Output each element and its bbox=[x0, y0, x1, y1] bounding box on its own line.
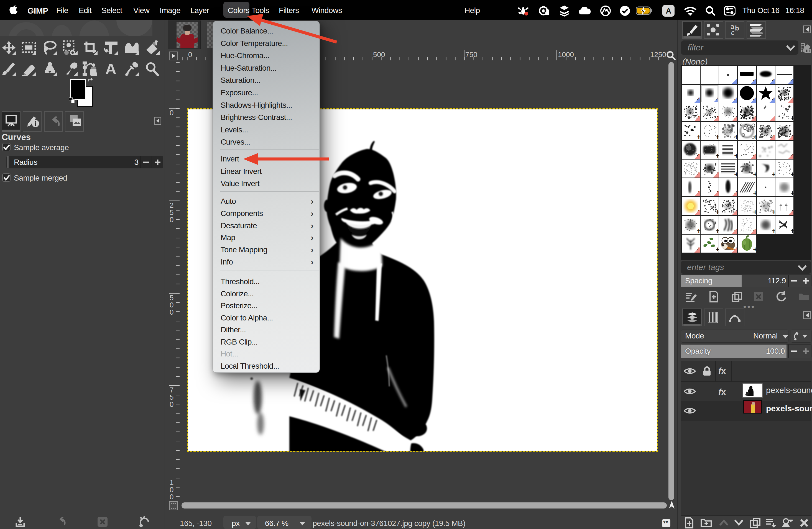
svg-text:+: + bbox=[697, 133, 700, 140]
svg-text:+: + bbox=[753, 208, 756, 215]
svg-text:+: + bbox=[715, 227, 719, 234]
svg-text:+: + bbox=[753, 245, 756, 253]
svg-text:+: + bbox=[753, 189, 756, 196]
svg-text:+: + bbox=[753, 170, 756, 178]
svg-text:i: i bbox=[34, 120, 36, 128]
svg-text:+: + bbox=[697, 227, 700, 234]
svg-text:+: + bbox=[734, 170, 737, 178]
svg-text:+: + bbox=[734, 152, 737, 159]
svg-text:b: b bbox=[735, 24, 739, 32]
svg-text:+: + bbox=[715, 245, 719, 253]
svg-text:+: + bbox=[791, 114, 794, 121]
svg-text:+: + bbox=[791, 189, 794, 196]
svg-text:+: + bbox=[791, 170, 794, 178]
svg-text:+: + bbox=[715, 152, 719, 159]
svg-text:A: A bbox=[666, 6, 671, 15]
svg-text:+: + bbox=[772, 208, 775, 215]
svg-text:+: + bbox=[715, 208, 719, 215]
svg-text:+: + bbox=[715, 133, 719, 140]
svg-text:A: A bbox=[105, 61, 116, 76]
svg-text:+: + bbox=[734, 133, 737, 140]
svg-text:+: + bbox=[791, 227, 794, 234]
svg-text:+: + bbox=[772, 227, 775, 234]
svg-text:+: + bbox=[772, 170, 775, 178]
svg-text:c: c bbox=[731, 29, 735, 36]
svg-text:+: + bbox=[753, 133, 756, 140]
